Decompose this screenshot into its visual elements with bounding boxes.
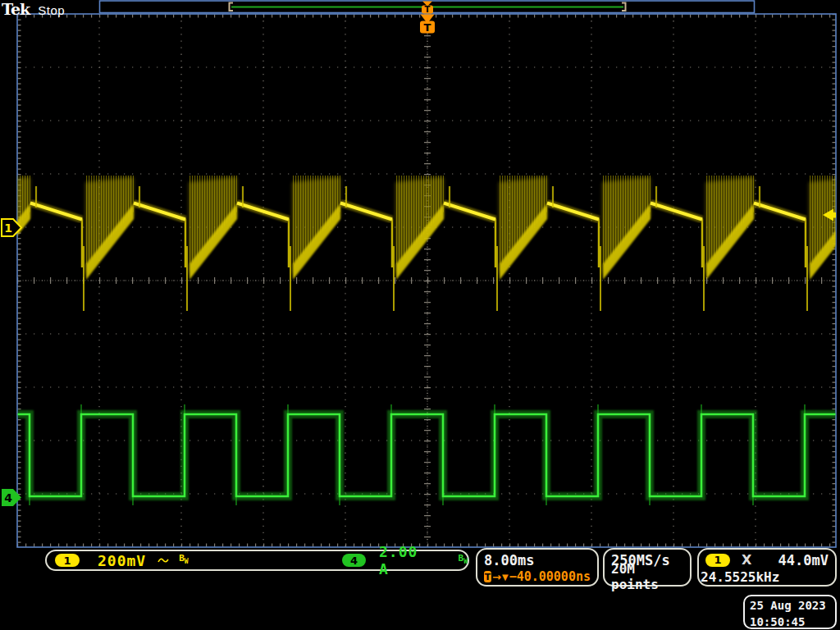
oscilloscope-screen: T T 1 4 [0, 0, 840, 630]
trigger-delay-value: −40.00000ns [509, 569, 591, 584]
trigger-frequency: 24.5525kHz [699, 568, 835, 585]
record-length: 20M points [605, 568, 690, 585]
channel4-scale: 2.00 A [379, 543, 436, 578]
channel4-readout: 4 2.00 A BW [342, 551, 468, 569]
time-label: 10:50:45 [745, 613, 835, 629]
bandwidth-limit-icon: BW [459, 555, 468, 566]
header: Tek Stop [2, 0, 65, 18]
trigger-level: 44.0mV [778, 552, 829, 568]
graticule [17, 14, 836, 547]
channel1-readout: 1 200mV BW [55, 551, 189, 569]
ac-coupling-icon [158, 555, 171, 565]
right-arrow-icon: → [492, 571, 501, 583]
trigger-position-marker[interactable]: T [420, 15, 435, 34]
acquisition-status: Stop [38, 3, 65, 17]
trigger-readout-box[interactable]: 1 X 44.0mV 24.5525kHz [697, 548, 837, 587]
trigger-slope-icon: X [742, 552, 751, 568]
channel1-scale: 200mV [98, 552, 146, 569]
svg-text:T: T [425, 5, 431, 14]
channel1-badge[interactable]: 1 [55, 554, 80, 567]
trigger-source-badge: 1 [705, 554, 730, 567]
bandwidth-limit-icon: BW [179, 555, 188, 566]
trigger-delay-icon: T [484, 571, 491, 582]
svg-text:T: T [424, 21, 431, 34]
acquisition-readout-box[interactable]: 250MS/s 20M points [603, 548, 692, 587]
svg-text:4: 4 [4, 491, 12, 504]
date-label: 25 Aug 2023 [745, 596, 835, 613]
horizontal-scale: 8.00ms [477, 550, 597, 568]
acquisition-preview-bar: T [100, 1, 755, 14]
horizontal-readout-box[interactable]: 8.00ms T → ▼ −40.00000ns [476, 548, 599, 587]
channel1-waveform [0, 176, 840, 311]
datetime-box: 25 Aug 2023 10:50:45 [743, 595, 837, 629]
channel-readouts-box[interactable]: 1 200mV BW 4 2.00 A BW [45, 550, 469, 571]
svg-text:1: 1 [4, 221, 12, 235]
channel4-marker[interactable]: 4 [2, 489, 21, 506]
tek-logo: Tek [2, 0, 30, 18]
channel4-badge[interactable]: 4 [342, 554, 366, 567]
down-triangle-icon: ▼ [502, 573, 509, 582]
